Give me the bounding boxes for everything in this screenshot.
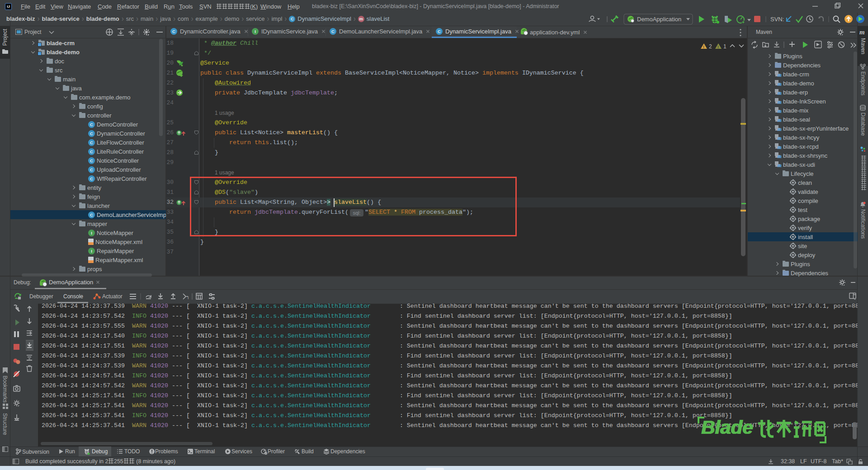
svg-text:I: I [188,296,189,300]
svg-text:2: 2 [709,43,712,50]
svg-text:DemoApplication: DemoApplication [637,16,681,23]
svg-text:!: ! [717,45,719,49]
svg-text:!: ! [703,45,704,49]
svg-text:SVN:: SVN: [770,16,784,23]
svg-text:1: 1 [723,43,726,50]
